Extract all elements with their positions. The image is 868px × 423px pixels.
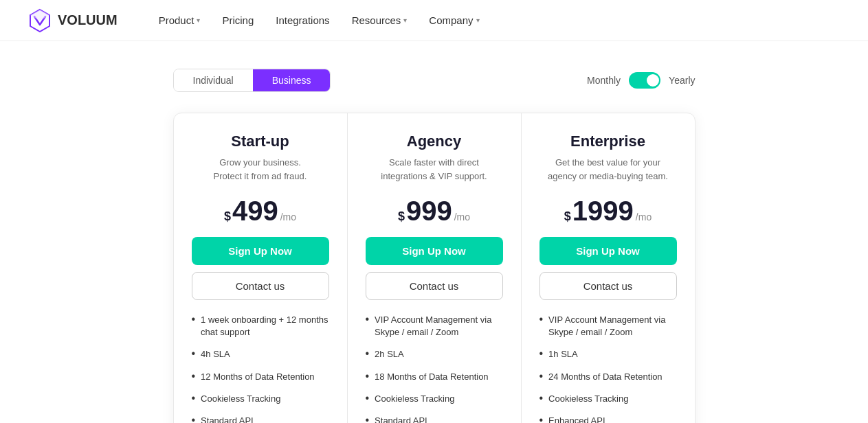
list-item: 24 Months of Data Retention bbox=[539, 371, 677, 383]
startup-currency: $ bbox=[224, 209, 231, 224]
plan-tabs: Individual Business bbox=[173, 69, 331, 92]
card-startup-desc: Grow your business.Protect it from ad fr… bbox=[192, 156, 329, 183]
list-item: VIP Account Management via Skype / email… bbox=[366, 314, 503, 339]
list-item: VIP Account Management via Skype / email… bbox=[539, 314, 677, 339]
startup-signup-button[interactable]: Sign Up Now bbox=[192, 237, 329, 265]
startup-features: 1 week onboarding + 12 months chat suppo… bbox=[192, 314, 329, 423]
svg-marker-1 bbox=[30, 10, 49, 21]
header: VOLUUM Product ▾ Pricing Integrations Re… bbox=[0, 0, 868, 41]
card-startup-price: $ 499 /mo bbox=[192, 197, 329, 225]
list-item: 4h SLA bbox=[192, 348, 329, 361]
nav-company[interactable]: Company ▾ bbox=[429, 14, 479, 26]
agency-amount: 999 bbox=[406, 197, 452, 225]
logo[interactable]: VOLUUM bbox=[27, 8, 118, 33]
tab-business[interactable]: Business bbox=[253, 69, 331, 91]
card-enterprise-desc: Get the best value for youragency or med… bbox=[539, 156, 677, 183]
agency-contact-button[interactable]: Contact us bbox=[366, 272, 503, 300]
main-content: Individual Business Monthly Yearly Start… bbox=[0, 41, 868, 423]
nav-product[interactable]: Product ▾ bbox=[159, 14, 201, 26]
list-item: 1 week onboarding + 12 months chat suppo… bbox=[192, 314, 329, 339]
list-item: Standard API bbox=[366, 415, 503, 423]
logo-icon bbox=[27, 8, 52, 33]
agency-currency: $ bbox=[398, 209, 405, 224]
billing-toggle: Monthly Yearly bbox=[587, 72, 695, 89]
toggle-row: Individual Business Monthly Yearly bbox=[173, 69, 695, 92]
enterprise-currency: $ bbox=[564, 209, 571, 224]
list-item: 1h SLA bbox=[539, 348, 677, 361]
card-agency-desc: Scale faster with directintegrations & V… bbox=[366, 156, 503, 183]
nav-integrations[interactable]: Integrations bbox=[276, 14, 329, 26]
billing-monthly-label: Monthly bbox=[587, 75, 621, 86]
card-agency-title: Agency bbox=[366, 133, 503, 150]
list-item: Enhanced API bbox=[539, 415, 677, 423]
chevron-down-icon: ▾ bbox=[197, 16, 200, 24]
card-agency-price: $ 999 /mo bbox=[366, 197, 503, 225]
startup-period: /mo bbox=[280, 212, 296, 222]
main-nav: Product ▾ Pricing Integrations Resources… bbox=[159, 14, 480, 26]
enterprise-contact-button[interactable]: Contact us bbox=[539, 272, 677, 300]
nav-resources[interactable]: Resources ▾ bbox=[352, 14, 408, 26]
card-agency: Agency Scale faster with directintegrati… bbox=[348, 113, 522, 423]
toggle-slider bbox=[629, 72, 660, 89]
card-startup-title: Start-up bbox=[192, 133, 329, 150]
card-startup: Start-up Grow your business.Protect it f… bbox=[174, 113, 348, 423]
tab-individual[interactable]: Individual bbox=[174, 69, 253, 91]
chevron-down-icon: ▾ bbox=[403, 16, 407, 24]
card-enterprise-title: Enterprise bbox=[539, 133, 677, 150]
list-item: Standard API bbox=[192, 415, 329, 423]
enterprise-amount: 1999 bbox=[572, 197, 634, 225]
enterprise-signup-button[interactable]: Sign Up Now bbox=[539, 237, 677, 265]
startup-contact-button[interactable]: Contact us bbox=[192, 272, 329, 300]
billing-yearly-label: Yearly bbox=[669, 75, 695, 86]
card-enterprise-price: $ 1999 /mo bbox=[539, 197, 677, 225]
pricing-cards: Start-up Grow your business.Protect it f… bbox=[173, 113, 695, 423]
list-item: Cookieless Tracking bbox=[366, 393, 503, 405]
list-item: Cookieless Tracking bbox=[539, 393, 677, 405]
agency-features: VIP Account Management via Skype / email… bbox=[366, 314, 503, 423]
enterprise-period: /mo bbox=[636, 212, 652, 222]
list-item: 12 Months of Data Retention bbox=[192, 371, 329, 383]
chevron-down-icon: ▾ bbox=[476, 16, 480, 24]
agency-signup-button[interactable]: Sign Up Now bbox=[366, 237, 503, 265]
agency-period: /mo bbox=[454, 212, 470, 222]
card-enterprise: Enterprise Get the best value for yourag… bbox=[522, 113, 695, 423]
list-item: 2h SLA bbox=[366, 348, 503, 361]
list-item: 18 Months of Data Retention bbox=[366, 371, 503, 383]
enterprise-features: VIP Account Management via Skype / email… bbox=[539, 314, 677, 423]
nav-pricing[interactable]: Pricing bbox=[222, 14, 254, 26]
list-item: Cookieless Tracking bbox=[192, 393, 329, 405]
billing-switch[interactable] bbox=[629, 72, 660, 89]
startup-amount: 499 bbox=[232, 197, 278, 225]
logo-text: VOLUUM bbox=[58, 12, 118, 28]
